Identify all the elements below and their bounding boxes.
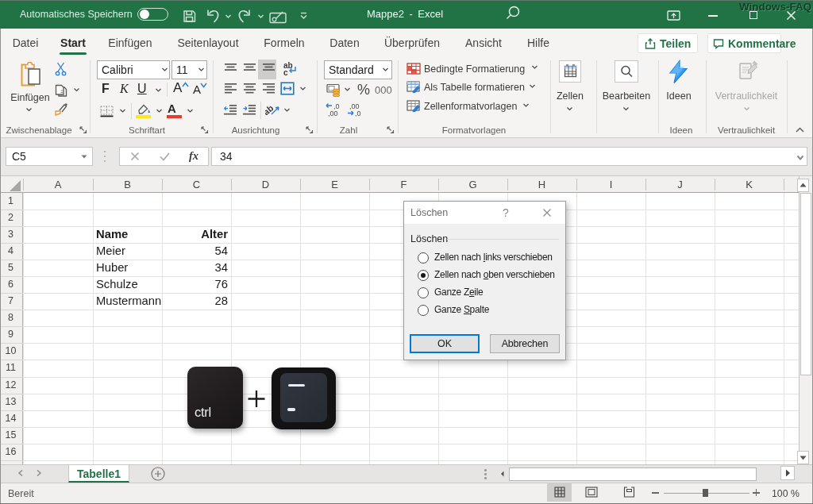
svg-text:,0: ,0 [355, 110, 361, 117]
svg-text:c: c [283, 68, 288, 77]
svg-text:,00: ,00 [328, 110, 338, 117]
svg-text:ab: ab [265, 103, 275, 117]
